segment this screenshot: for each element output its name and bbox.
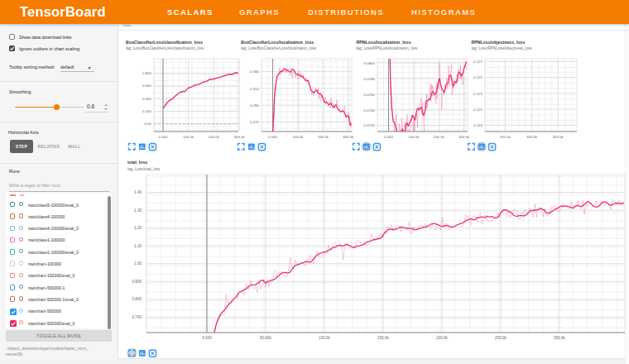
svg-text:BoxClassifierLoss/classificati: BoxClassifierLoss/classification_loss	[126, 40, 203, 45]
svg-text:0.119: 0.119	[473, 123, 483, 127]
svg-text:1.00: 1.00	[134, 261, 142, 266]
svg-text:300.0k: 300.0k	[554, 336, 565, 340]
svg-text:300.0k: 300.0k	[459, 135, 470, 139]
svg-text:0.000: 0.000	[202, 336, 212, 340]
svg-text:200.0k: 200.0k	[209, 135, 220, 139]
svg-text:300.0k: 300.0k	[234, 135, 246, 139]
svg-text:100.0k: 100.0k	[183, 135, 194, 139]
svg-text:0.700: 0.700	[132, 315, 142, 319]
svg-text:330.0k: 330.0k	[526, 135, 538, 139]
svg-text:350.0k: 350.0k	[553, 135, 564, 139]
svg-text:0.0760: 0.0760	[364, 93, 376, 97]
svg-text:100.0k: 100.0k	[408, 135, 420, 139]
svg-text:BoxClassifierLoss/localization: BoxClassifierLoss/localization_loss	[241, 40, 314, 45]
svg-text:0.127: 0.127	[473, 60, 483, 64]
svg-text:0.200: 0.200	[142, 109, 152, 113]
svg-text:tag: Loss/RPNLoss/objectness_l: tag: Loss/RPNLoss/objectness_loss	[472, 46, 533, 50]
svg-text:0.330: 0.330	[250, 69, 260, 74]
svg-text:300.0k: 300.0k	[343, 135, 354, 139]
svg-text:0.121: 0.121	[473, 108, 483, 112]
svg-text:200.0k: 200.0k	[436, 336, 448, 340]
svg-text:1.20: 1.20	[134, 226, 142, 230]
svg-text:0.310: 0.310	[250, 87, 260, 91]
svg-text:total_loss: total_loss	[127, 160, 147, 165]
svg-text:0.290: 0.290	[250, 103, 260, 108]
svg-text:200.0k: 200.0k	[318, 135, 329, 139]
svg-text:0.0740: 0.0740	[364, 108, 376, 113]
svg-text:200.0k: 200.0k	[434, 135, 445, 139]
svg-text:0.0800: 0.0800	[364, 61, 376, 65]
svg-text:tag: Loss/RPNLoss/localization: tag: Loss/RPNLoss/localization_loss	[357, 46, 419, 50]
svg-text:0.270: 0.270	[250, 120, 260, 124]
svg-text:0.0720: 0.0720	[364, 123, 376, 127]
svg-text:0.000: 0.000	[268, 135, 278, 139]
svg-text:tag: Loss/total_loss: tag: Loss/total_loss	[127, 167, 161, 171]
svg-text:RPNLoss/objectness_loss: RPNLoss/objectness_loss	[472, 40, 526, 45]
svg-text:tag: Loss/BoxClassifierLoss/lo: tag: Loss/BoxClassifierLoss/localization…	[241, 46, 317, 50]
svg-text:310.0k: 310.0k	[500, 135, 511, 139]
svg-text:0.900: 0.900	[132, 280, 142, 284]
svg-text:1.30: 1.30	[134, 208, 142, 213]
svg-text:0.000: 0.000	[384, 135, 394, 139]
svg-text:50.00k: 50.00k	[260, 336, 271, 340]
svg-text:1.10: 1.10	[134, 244, 142, 248]
svg-text:0.000: 0.000	[159, 135, 169, 139]
svg-text:0.400: 0.400	[142, 97, 152, 101]
svg-text:0.800: 0.800	[142, 71, 152, 75]
svg-text:1.40: 1.40	[134, 190, 142, 194]
svg-text:100.0k: 100.0k	[292, 135, 304, 139]
svg-text:tag: Loss/BoxClassifierLoss/cl: tag: Loss/BoxClassifierLoss/classificati…	[126, 46, 204, 50]
svg-text:100.0k: 100.0k	[319, 336, 330, 340]
svg-text:RPNLoss/localization_loss: RPNLoss/localization_loss	[357, 40, 411, 45]
svg-text:0.800: 0.800	[132, 297, 142, 301]
svg-text:150.0k: 150.0k	[377, 336, 389, 340]
svg-text:0.600: 0.600	[142, 84, 152, 88]
svg-text:0.00: 0.00	[144, 122, 151, 126]
svg-text:0.0780: 0.0780	[364, 77, 376, 81]
svg-text:0.125: 0.125	[473, 75, 483, 79]
svg-text:250.0k: 250.0k	[495, 336, 507, 340]
svg-text:0.123: 0.123	[473, 92, 483, 96]
svg-text:Loss: Loss	[123, 23, 130, 27]
